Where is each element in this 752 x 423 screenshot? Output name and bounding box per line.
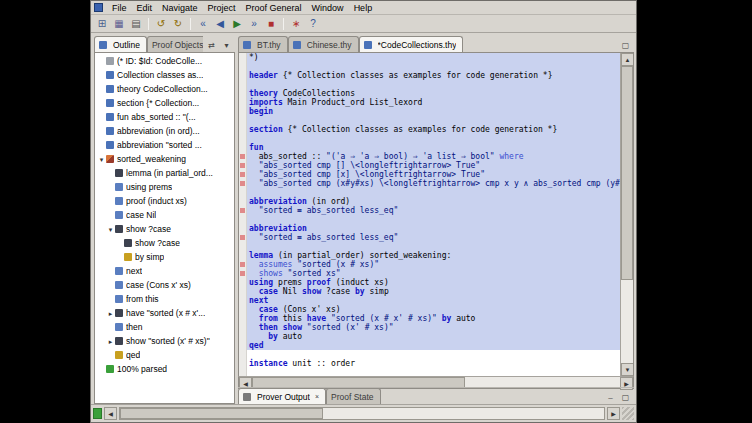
next-step-button[interactable]: ▶ (229, 16, 245, 31)
code-line[interactable]: "sorted ≡ abs_sorted less_eq" (247, 233, 620, 242)
outline-item-fun-abs-sorted[interactable]: fun abs_sorted :: "(... (95, 110, 234, 124)
print-button[interactable]: ▤ (128, 16, 144, 31)
code-line[interactable]: by auto (247, 332, 620, 341)
code-line[interactable]: abbreviation (247, 224, 620, 233)
code-line[interactable]: begin (247, 107, 620, 116)
vscroll-thumb[interactable] (621, 66, 633, 280)
code-area[interactable]: *) header {* Collection classes as examp… (247, 53, 620, 376)
status-scroll-left-button[interactable]: ◀ (104, 407, 117, 420)
code-line[interactable] (247, 215, 620, 224)
outline-item-show-case[interactable]: ▾show ?case (95, 222, 234, 236)
outline-item-abbreviation-sorted[interactable]: abbreviation "sorted ... (95, 138, 234, 152)
maximize-editor-button[interactable]: ▢ (619, 39, 632, 52)
code-line[interactable]: "abs_sorted cmp (x#y#xs) \<longleftright… (247, 179, 620, 188)
code-line[interactable]: "sorted ≡ abs_sorted less_eq" (247, 206, 620, 215)
outline-item-collection-classes-as[interactable]: Collection classes as... (95, 68, 234, 82)
outline-item-theory-codecollection[interactable]: theory CodeCollection... (95, 82, 234, 96)
menu-project[interactable]: Project (203, 2, 241, 14)
editor-tab-bt-thy[interactable]: BT.thy (238, 36, 288, 52)
collapse-icon[interactable]: ▾ (97, 156, 106, 163)
menu-edit[interactable]: Edit (132, 2, 158, 14)
code-line[interactable]: header {* Collection classes as examples… (247, 71, 620, 80)
expand-icon[interactable]: ▸ (106, 338, 115, 345)
status-scroll-track[interactable] (119, 407, 605, 420)
code-line[interactable]: lemma (in partial_order) sorted_weakenin… (247, 251, 620, 260)
undo-step-button[interactable]: ↺ (153, 16, 169, 31)
redo-step-button[interactable]: ↻ (170, 16, 186, 31)
code-line[interactable]: next (247, 296, 620, 305)
code-line[interactable]: qed (247, 341, 620, 350)
vscroll-track[interactable] (621, 66, 633, 363)
code-line[interactable]: "abs_sorted cmp [] \<longleftrightarrow>… (247, 161, 620, 170)
collapse-icon[interactable]: ▾ (106, 226, 115, 233)
prev-step-button[interactable]: ◀ (212, 16, 228, 31)
bottom-tab-proof-state[interactable]: Proof State (326, 388, 381, 404)
outline-item-show-case[interactable]: show ?case (95, 236, 234, 250)
outline-item-by-simp[interactable]: by simp (95, 250, 234, 264)
status-scroll-thumb[interactable] (120, 408, 323, 419)
outline-item-section-collection[interactable]: section {* Collection... (95, 96, 234, 110)
code-line[interactable]: abbreviation (in ord) (247, 197, 620, 206)
code-line[interactable]: theory CodeCollections (247, 89, 620, 98)
view-menu-button[interactable]: ▾ (220, 39, 233, 52)
code-line[interactable]: using prems proof (induct xs) (247, 278, 620, 287)
outline-item-have-sorted-x-x[interactable]: ▸have "sorted (x # x'... (95, 306, 234, 320)
outline-item-from-this[interactable]: from this (95, 292, 234, 306)
code-line[interactable] (247, 350, 620, 359)
code-line[interactable]: instance unit :: order (247, 359, 620, 368)
outline-item-qed[interactable]: qed (95, 348, 234, 362)
link-with-editor-button[interactable]: ⇄ (205, 39, 218, 52)
outline-item-case-cons-x-xs[interactable]: case (Cons x' xs) (95, 278, 234, 292)
bottom-tab-prover-output[interactable]: Prover Output× (238, 388, 326, 404)
code-line[interactable]: "abs_sorted cmp [x] \<longleftrightarrow… (247, 170, 620, 179)
menu-help[interactable]: Help (349, 2, 378, 14)
code-line[interactable]: then show "sorted (x' # xs)" (247, 323, 620, 332)
outline-item-proof-induct-xs[interactable]: proof (induct xs) (95, 194, 234, 208)
save-button[interactable]: ▦ (111, 16, 127, 31)
outline-item-show-sorted-x-xs[interactable]: ▸show "sorted (x' # xs)" (95, 334, 234, 348)
code-line[interactable] (247, 134, 620, 143)
restart-prover-button[interactable]: ∗ (288, 16, 304, 31)
new-wizard-button[interactable]: ⊞ (94, 16, 110, 31)
outline-tab-outline[interactable]: Outline (94, 36, 147, 52)
code-line[interactable]: case (Cons x' xs) (247, 305, 620, 314)
expand-icon[interactable]: ▸ (106, 310, 115, 317)
status-scroll-right-button[interactable]: ▶ (607, 407, 620, 420)
code-line[interactable]: from this have "sorted (x # x' # xs)" by… (247, 314, 620, 323)
code-line[interactable] (247, 62, 620, 71)
goto-end-button[interactable]: » (246, 16, 262, 31)
outline-item-using-prems[interactable]: using prems (95, 180, 234, 194)
outline-item-sorted-weakening[interactable]: ▾sorted_weakening (95, 152, 234, 166)
resize-grip[interactable] (622, 407, 634, 420)
menu-navigate[interactable]: Navigate (157, 2, 203, 14)
code-line[interactable] (247, 116, 620, 125)
scroll-down-button[interactable]: ▼ (621, 363, 634, 376)
code-line[interactable]: abs_sorted :: "('a ⇒ 'a ⇒ bool) ⇒ 'a lis… (247, 152, 620, 161)
outline-item-100-parsed[interactable]: 100% parsed (95, 362, 234, 376)
goto-start-button[interactable]: « (195, 16, 211, 31)
help-button[interactable]: ? (305, 16, 321, 31)
minimize-view-button[interactable]: – (604, 391, 617, 404)
outline-item-id-id-codecolle[interactable]: (* ID: $Id: CodeColle... (95, 54, 234, 68)
outline-item-then[interactable]: then (95, 320, 234, 334)
code-line[interactable] (247, 368, 620, 376)
outline-item-lemma-in-partial-ord[interactable]: lemma (in partial_ord... (95, 166, 234, 180)
code-line[interactable] (247, 242, 620, 251)
code-line[interactable] (247, 188, 620, 197)
outline-item-case-nil[interactable]: case Nil (95, 208, 234, 222)
outline-item-abbreviation-in-ord[interactable]: abbreviation (in ord)... (95, 124, 234, 138)
code-line[interactable]: case Nil show ?case by simp (247, 287, 620, 296)
scroll-up-button[interactable]: ▲ (621, 53, 634, 66)
code-line[interactable]: shows "sorted xs" (247, 269, 620, 278)
outline-tab-proof-objects[interactable]: Proof Objects (147, 36, 203, 52)
code-line[interactable]: *) (247, 53, 620, 62)
outline-item-next[interactable]: next (95, 264, 234, 278)
menu-window[interactable]: Window (307, 2, 349, 14)
menu-file[interactable]: File (107, 2, 132, 14)
code-line[interactable]: section {* Collection classes as example… (247, 125, 620, 134)
menu-proof-general[interactable]: Proof General (241, 2, 307, 14)
editor-tab-chinese-thy[interactable]: Chinese.thy (288, 36, 359, 52)
code-line[interactable] (247, 80, 620, 89)
maximize-view-button[interactable]: ▢ (619, 391, 632, 404)
code-line[interactable]: imports Main Product_ord List_lexord (247, 98, 620, 107)
